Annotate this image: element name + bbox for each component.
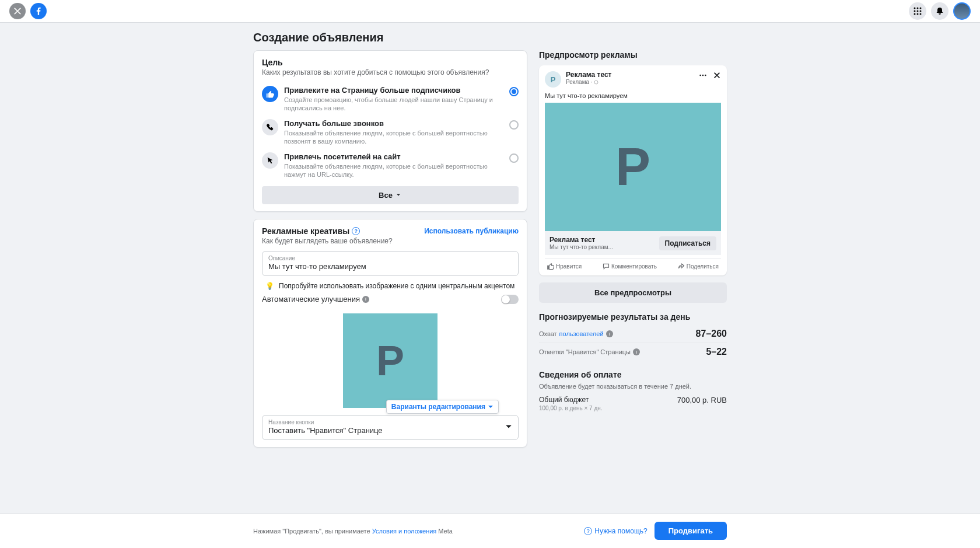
ad-image: Р [545, 103, 721, 231]
desc-label: Описание [268, 255, 512, 261]
goal-card: Цель Каких результатов вы хотите добитьс… [253, 50, 527, 212]
svg-point-1 [917, 8, 919, 9]
creative-title: Рекламные креативы [262, 226, 349, 236]
edit-variants-button[interactable]: Варианты редактирования [386, 400, 499, 414]
right-column: Предпросмотр рекламы Р Реклама тест Рекл… [539, 50, 727, 411]
info-icon[interactable]: i [606, 330, 613, 337]
bulb-icon: 💡 [265, 282, 274, 290]
like-action[interactable]: Нравится [547, 263, 582, 270]
forecast-title: Прогнозируемые результаты за день [539, 312, 727, 322]
btn-label-label: Название кнопки [268, 419, 383, 425]
goal-option-followers[interactable]: Привлеките на Страницу больше подписчико… [262, 82, 519, 116]
goal-label: Получать больше звонков [284, 119, 503, 128]
svg-point-4 [917, 11, 919, 12]
like-icon [262, 86, 278, 102]
info-icon[interactable]: i [362, 296, 369, 303]
all-goals-button[interactable]: Все [262, 186, 519, 204]
svg-point-9 [594, 81, 598, 84]
goal-desc: Показывайте объявление людям, которые с … [284, 162, 503, 179]
goal-label: Привлечь посетителей на сайт [284, 152, 503, 162]
grid-icon [913, 6, 922, 16]
btn-label-value: Поставить "Нравится" Странице [268, 426, 383, 435]
caret-down-icon [505, 423, 512, 430]
preview-title: Предпросмотр рекламы [539, 50, 727, 60]
auto-improve-toggle[interactable] [501, 295, 519, 304]
radio-selected[interactable] [509, 87, 519, 96]
edit-variants-label: Варианты редактирования [391, 403, 485, 411]
description-field[interactable]: Описание Мы тут что-то рекламируем [262, 251, 519, 276]
svg-point-12 [705, 75, 706, 76]
bar-title: Реклама тест [550, 236, 613, 244]
reach-value: 87–260 [696, 329, 727, 339]
radio-unselected[interactable] [509, 153, 519, 163]
likes-label: Отметки "Нравится" Страницы [539, 348, 631, 355]
goal-option-website[interactable]: Привлечь посетителей на сайт Показывайте… [262, 149, 519, 182]
close-preview-button[interactable] [713, 71, 721, 81]
creative-card: Рекламные креативы ? Использовать публик… [253, 219, 527, 448]
like-icon [547, 263, 554, 270]
svg-point-3 [914, 11, 916, 12]
desc-value: Мы тут что-то рекламируем [268, 262, 512, 271]
svg-point-5 [920, 11, 922, 12]
svg-point-11 [702, 75, 704, 76]
page-title: Создание объявления [253, 23, 727, 50]
payment-title: Сведения об оплате [539, 370, 727, 379]
all-previews-button[interactable]: Все предпросмотры [539, 282, 727, 303]
facebook-icon [33, 6, 44, 16]
chevron-down-icon [395, 191, 402, 198]
share-action[interactable]: Поделиться [678, 263, 719, 270]
info-icon[interactable]: ? [352, 227, 360, 235]
creative-image[interactable]: Р Варианты редактирования [343, 313, 438, 408]
share-icon [678, 263, 685, 270]
likes-value: 5–22 [706, 347, 727, 357]
apps-button[interactable] [909, 2, 926, 20]
sponsored-label: Реклама · [566, 79, 612, 85]
facebook-logo[interactable] [30, 3, 47, 19]
comment-action[interactable]: Комментировать [603, 263, 657, 270]
reach-label: Охват [539, 330, 557, 337]
goal-label: Привлеките на Страницу больше подписчико… [284, 86, 503, 95]
svg-point-0 [914, 8, 916, 9]
reach-link[interactable]: пользователей [559, 330, 604, 337]
notifications-button[interactable] [931, 2, 949, 20]
top-header [0, 0, 980, 23]
tip-text: Попробуйте использовать изображение с од… [279, 282, 514, 290]
svg-point-8 [920, 13, 922, 15]
comment-icon [603, 263, 610, 270]
ad-preview: Р Реклама тест Реклама · Мы тут что-то р… [539, 65, 727, 275]
cursor-icon [262, 152, 278, 169]
svg-point-6 [914, 13, 916, 15]
bell-icon [935, 6, 944, 16]
auto-improve-row: Автоматические улучшения i [262, 291, 519, 310]
page-name: Реклама тест [566, 71, 612, 79]
ad-body: Мы тут что-то рекламируем [545, 92, 721, 99]
svg-point-2 [920, 8, 922, 9]
subscribe-button[interactable]: Подписаться [659, 236, 716, 250]
auto-label: Автоматические улучшения [262, 295, 360, 303]
more-button[interactable] [699, 71, 707, 81]
close-icon [13, 7, 22, 15]
close-button[interactable] [9, 3, 26, 19]
budget-value: 700,00 р. RUB [677, 396, 727, 404]
page-logo: Р [545, 71, 561, 88]
all-label: Все [379, 191, 393, 200]
goal-title: Цель [262, 58, 519, 67]
caret-down-icon [488, 404, 494, 410]
goal-option-calls[interactable]: Получать больше звонков Показывайте объя… [262, 116, 519, 149]
button-name-field[interactable]: Название кнопки Поставить "Нравится" Стр… [262, 415, 519, 440]
radio-unselected[interactable] [509, 120, 519, 130]
goal-subtitle: Каких результатов вы хотите добиться с п… [262, 68, 519, 76]
creative-subtitle: Как будет выглядеть ваше объявление? [262, 237, 519, 245]
payment-sub: Объявление будет показываться в течение … [539, 383, 727, 390]
placeholder-letter: Р [376, 337, 404, 385]
globe-icon [594, 80, 598, 85]
budget-sub: 100,00 р. в день × 7 дн. [539, 405, 603, 411]
svg-point-7 [917, 13, 919, 15]
use-publication-link[interactable]: Использовать публикацию [424, 227, 519, 235]
profile-avatar[interactable] [953, 2, 971, 20]
budget-label: Общий бюджет [539, 396, 603, 404]
svg-point-10 [699, 75, 701, 76]
left-column: Цель Каких результатов вы хотите добитьс… [253, 50, 527, 455]
tip-row: 💡 Попробуйте использовать изображение с … [262, 276, 519, 291]
info-icon[interactable]: i [633, 348, 640, 355]
